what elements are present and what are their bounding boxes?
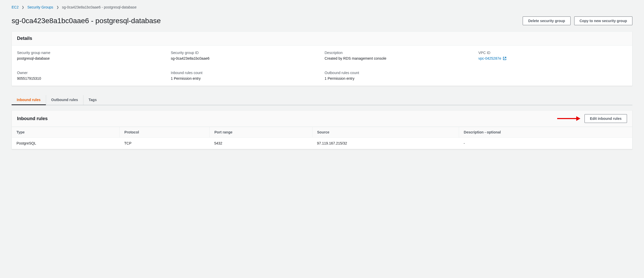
- tabs: Inbound rules Outbound rules Tags: [12, 95, 632, 105]
- copy-to-new-security-group-button[interactable]: Copy to new security group: [574, 16, 632, 25]
- cell-description: -: [459, 138, 632, 149]
- field-label: Security group ID: [171, 51, 319, 55]
- cell-protocol: TCP: [120, 138, 209, 149]
- field-label: VPC ID: [478, 51, 627, 55]
- field-security-group-name: Security group name postgresql-database: [17, 51, 166, 60]
- field-value: sg-0ca423e8a1bc0aae6: [171, 56, 319, 60]
- delete-security-group-button[interactable]: Delete security group: [523, 16, 570, 25]
- field-outbound-count: Outbound rules count 1 Permission entry: [325, 71, 473, 80]
- tab-tags[interactable]: Tags: [83, 95, 102, 105]
- field-value: postgresql-database: [17, 56, 166, 60]
- col-source[interactable]: Source: [312, 127, 459, 138]
- page-title: sg-0ca423e8a1bc0aae6 - postgresql-databa…: [12, 17, 161, 25]
- inbound-rules-heading: Inbound rules: [17, 116, 48, 121]
- field-label: Description: [325, 51, 473, 55]
- details-heading: Details: [12, 32, 632, 46]
- field-value: 1 Permission entry: [171, 76, 319, 80]
- field-label: Outbound rules count: [325, 71, 473, 75]
- col-protocol[interactable]: Protocol: [120, 127, 209, 138]
- annotation-arrow: [557, 116, 580, 121]
- col-type[interactable]: Type: [12, 127, 120, 138]
- details-panel: Details Security group name postgresql-d…: [12, 31, 632, 86]
- cell-type: PostgreSQL: [12, 138, 120, 149]
- inbound-rules-table: Type Protocol Port range Source Descript…: [12, 127, 632, 149]
- breadcrumb-current: sg-0ca423e8a1bc0aae6 - postgresql-databa…: [62, 5, 137, 9]
- tab-outbound-rules[interactable]: Outbound rules: [46, 95, 83, 105]
- col-description[interactable]: Description - optional: [459, 127, 632, 138]
- field-label: Owner: [17, 71, 166, 75]
- field-label: Inbound rules count: [171, 71, 319, 75]
- field-label: Security group name: [17, 51, 166, 55]
- breadcrumb: EC2 ❯ Security Groups ❯ sg-0ca423e8a1bc0…: [12, 5, 632, 9]
- field-value: 1 Permission entry: [325, 76, 473, 80]
- chevron-right-icon: ❯: [56, 5, 59, 9]
- inbound-rules-panel: Inbound rules Edit inbound rules Type Pr…: [12, 110, 632, 149]
- field-value: 905517915310: [17, 76, 166, 80]
- field-inbound-count: Inbound rules count 1 Permission entry: [171, 71, 319, 80]
- external-link-icon: [503, 57, 506, 60]
- vpc-id-value: vpc-0425287e: [478, 56, 501, 60]
- field-vpc-id: VPC ID vpc-0425287e: [478, 51, 627, 60]
- cell-source: 97.119.167.215/32: [312, 138, 459, 149]
- chevron-right-icon: ❯: [22, 5, 24, 9]
- breadcrumb-security-groups[interactable]: Security Groups: [27, 5, 53, 9]
- table-row[interactable]: PostgreSQL TCP 5432 97.119.167.215/32 -: [12, 138, 632, 149]
- breadcrumb-ec2[interactable]: EC2: [12, 5, 19, 9]
- field-value: Created by RDS management console: [325, 56, 473, 60]
- field-description: Description Created by RDS management co…: [325, 51, 473, 60]
- field-owner: Owner 905517915310: [17, 71, 166, 80]
- edit-inbound-rules-button[interactable]: Edit inbound rules: [584, 114, 627, 123]
- tab-inbound-rules[interactable]: Inbound rules: [12, 95, 46, 105]
- col-port-range[interactable]: Port range: [210, 127, 312, 138]
- cell-port-range: 5432: [210, 138, 312, 149]
- field-security-group-id: Security group ID sg-0ca423e8a1bc0aae6: [171, 51, 319, 60]
- vpc-link[interactable]: vpc-0425287e: [478, 56, 506, 60]
